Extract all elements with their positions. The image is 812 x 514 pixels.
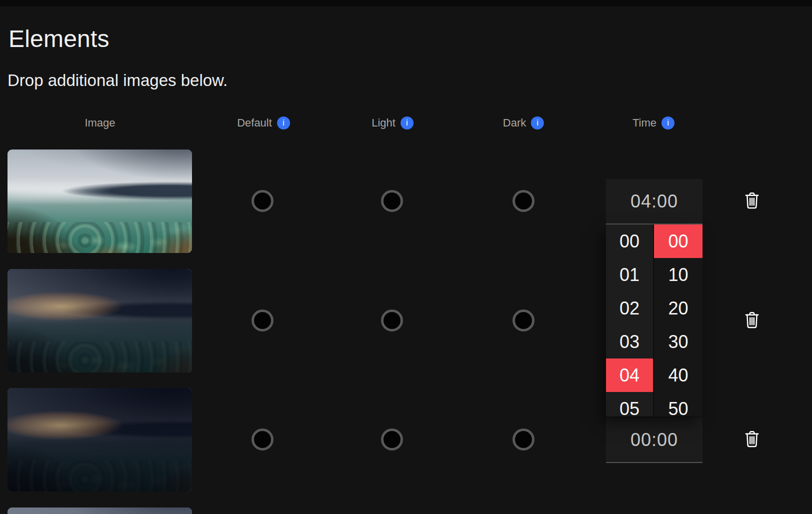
minute-option[interactable]: 30: [654, 325, 702, 358]
minute-option-selected[interactable]: 00: [654, 224, 702, 258]
thumbnail-dusk-overlay: [8, 269, 192, 372]
minute-option[interactable]: 50: [654, 392, 702, 416]
info-glyph: i: [536, 118, 538, 128]
minute-option[interactable]: 10: [654, 258, 702, 292]
hour-option[interactable]: 03: [606, 325, 653, 358]
radio-dark-row-2[interactable]: [512, 310, 534, 332]
hour-column: 00 01 02 03 04 05: [606, 224, 653, 416]
minute-option[interactable]: 40: [654, 358, 702, 392]
info-icon[interactable]: i: [531, 116, 544, 130]
time-input-row-1[interactable]: 04:00: [606, 179, 702, 224]
time-input-row-3[interactable]: 00:00: [606, 418, 702, 463]
elements-page: Elements Drop additional images below. I…: [0, 0, 812, 514]
hour-option[interactable]: 05: [606, 392, 653, 416]
radio-default-row-3[interactable]: [252, 428, 274, 450]
radio-default-row-1[interactable]: [252, 190, 274, 212]
trash-icon: [742, 190, 762, 212]
image-thumbnail-row-4: [8, 508, 192, 514]
column-header-image: Image: [84, 116, 115, 130]
column-label-time: Time: [632, 116, 656, 130]
image-thumbnail-row-3: [8, 388, 192, 492]
drop-instructions: Drop additional images below.: [8, 71, 228, 90]
thumbnail-night-overlay: [8, 388, 192, 492]
radio-light-row-3[interactable]: [381, 428, 403, 450]
info-glyph: i: [667, 118, 669, 128]
delete-row-2-button[interactable]: [741, 308, 763, 333]
hour-option[interactable]: 01: [606, 258, 653, 292]
info-icon[interactable]: i: [662, 116, 674, 130]
column-label-light: Light: [372, 116, 396, 130]
column-label-image: Image: [84, 116, 115, 130]
thumbnail-texture: [8, 222, 192, 253]
page-title: Elements: [8, 26, 110, 52]
radio-light-row-2[interactable]: [381, 310, 403, 332]
info-icon[interactable]: i: [277, 116, 290, 130]
info-glyph: i: [282, 118, 284, 128]
column-label-dark: Dark: [503, 116, 526, 130]
image-thumbnail-row-1: [8, 150, 192, 253]
delete-row-1-button[interactable]: [741, 188, 763, 214]
column-header-default: Default i: [237, 116, 290, 130]
column-header-light: Light i: [372, 116, 414, 130]
image-thumbnail-row-2: [8, 269, 192, 372]
thumbnail-dusk-overlay: [8, 508, 192, 514]
trash-icon: [742, 309, 762, 332]
radio-dark-row-1[interactable]: [512, 190, 534, 212]
delete-row-3-button[interactable]: [741, 427, 763, 452]
column-label-default: Default: [237, 116, 272, 130]
radio-dark-row-3[interactable]: [512, 428, 534, 450]
minute-option[interactable]: 20: [654, 292, 702, 325]
info-glyph: i: [406, 118, 408, 128]
radio-default-row-2[interactable]: [252, 310, 274, 332]
info-icon[interactable]: i: [400, 116, 414, 130]
hour-option-selected[interactable]: 04: [606, 358, 653, 392]
column-header-dark: Dark i: [503, 116, 544, 130]
column-header-time: Time i: [632, 116, 674, 130]
window-top-strip: [0, 0, 812, 6]
time-picker-dropdown: 00 01 02 03 04 05 00 10 20 30 40 50: [606, 224, 702, 416]
hour-option[interactable]: 02: [606, 292, 653, 325]
hour-option[interactable]: 00: [606, 224, 653, 258]
minute-column: 00 10 20 30 40 50: [654, 224, 702, 416]
radio-light-row-1[interactable]: [381, 190, 403, 212]
trash-icon: [742, 428, 762, 451]
